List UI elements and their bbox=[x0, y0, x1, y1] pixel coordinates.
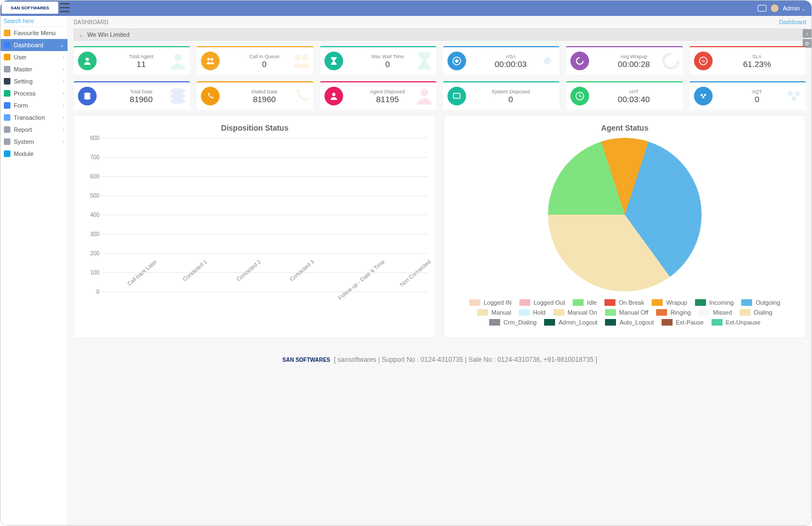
agent-icon bbox=[324, 87, 343, 105]
sidebar-item-dashboard[interactable]: Dashboard⌄ bbox=[1, 39, 68, 51]
svg-text:%: % bbox=[702, 59, 705, 63]
chart-title: Agent Status bbox=[452, 124, 798, 132]
logo: SAN SOFTWARES bbox=[2, 2, 58, 14]
sidebar-item-form[interactable]: Form› bbox=[1, 99, 68, 111]
kpi-total-agent: Total Agent11 bbox=[74, 46, 190, 75]
legend-logged-in[interactable]: Logged IN bbox=[469, 299, 512, 306]
svg-rect-23 bbox=[540, 90, 555, 101]
footer: SAN SOFTWARES [ sansoftwares | Support N… bbox=[68, 344, 811, 385]
legend-ext-pause[interactable]: Ext-Pause bbox=[662, 319, 704, 326]
legend-manual-on[interactable]: Manual On bbox=[553, 309, 597, 316]
sidebar-item-master[interactable]: Master› bbox=[1, 63, 68, 75]
legend-admin_logout[interactable]: Admin_Logout bbox=[544, 319, 597, 326]
svg-point-9 bbox=[544, 57, 551, 64]
wrap-icon bbox=[570, 52, 589, 70]
kpi-aht: AHT00:03:40 bbox=[566, 81, 682, 110]
sidebar-item-transaction[interactable]: Transaction› bbox=[1, 111, 68, 124]
svg-rect-22 bbox=[453, 93, 460, 98]
svg-point-4 bbox=[294, 54, 300, 60]
legend-outgoing[interactable]: Outgoing bbox=[741, 299, 780, 306]
legend-logged-out[interactable]: Logged Out bbox=[519, 299, 565, 306]
legend-idle[interactable]: Idle bbox=[573, 299, 597, 306]
sidebar-fav[interactable]: Favourite Menu bbox=[1, 27, 68, 39]
legend-dialing[interactable]: Dialing bbox=[740, 309, 772, 316]
topbar: SAN SOFTWARES Admin ⌄ bbox=[1, 1, 811, 16]
svg-point-19 bbox=[171, 98, 186, 104]
kpi-avg-wrapup: Avg Wrapup00:00:28 bbox=[566, 46, 682, 75]
svg-point-16 bbox=[84, 97, 91, 100]
fullscreen-icon[interactable] bbox=[758, 5, 766, 12]
legend-ringing[interactable]: Ringing bbox=[656, 309, 691, 316]
svg-point-31 bbox=[792, 96, 797, 101]
sidebar-item-module[interactable]: Module bbox=[1, 148, 68, 160]
sidebar: Favourite Menu Dashboard⌄User›Master›Set… bbox=[1, 16, 68, 525]
svg-point-7 bbox=[455, 59, 458, 63]
user-icon bbox=[78, 52, 97, 70]
target-icon bbox=[447, 52, 466, 70]
kpi-max-wait-time: Max Wait Time0 bbox=[320, 46, 436, 75]
breadcrumb[interactable]: Dashboard bbox=[779, 19, 806, 25]
dial-icon bbox=[201, 87, 220, 105]
legend-missed[interactable]: Missed bbox=[698, 309, 732, 316]
legend-incoming[interactable]: Incoming bbox=[695, 299, 734, 306]
chevron-down-icon: ⌄ bbox=[79, 32, 83, 38]
legend-ext-unpause[interactable]: Ext-Unpause bbox=[712, 319, 761, 326]
disposition-chart-card: Disposition Status Call back LaterContac… bbox=[74, 115, 436, 338]
bar-call-back-later[interactable]: Call back Later bbox=[102, 254, 155, 292]
search-input[interactable] bbox=[1, 16, 68, 27]
kpi-asa: ASA00:00:03 bbox=[443, 46, 559, 75]
sidebar-item-system[interactable]: System› bbox=[1, 136, 68, 148]
legend-auto_logout[interactable]: Auto_Logout bbox=[605, 319, 653, 326]
chart-title: Disposition Status bbox=[82, 124, 428, 132]
clock-icon bbox=[570, 87, 589, 105]
group-icon bbox=[694, 87, 713, 105]
svg-point-20 bbox=[332, 93, 335, 96]
kpi-agent-disposed: Agent Disposed81195 bbox=[320, 81, 436, 110]
collapse-panel-button[interactable]: ‹ bbox=[803, 29, 811, 38]
group-header[interactable]: ⌄ We Win Limited bbox=[74, 29, 806, 41]
screen-icon bbox=[447, 87, 466, 105]
svg-point-2 bbox=[208, 58, 210, 61]
sidebar-item-report[interactable]: Report› bbox=[1, 124, 68, 136]
users-icon bbox=[201, 52, 220, 70]
stack-icon bbox=[78, 87, 97, 105]
menu-toggle-button[interactable] bbox=[60, 3, 70, 12]
legend-hold[interactable]: Hold bbox=[519, 309, 546, 316]
hourglass-icon bbox=[324, 52, 343, 70]
sidebar-item-process[interactable]: Process› bbox=[1, 87, 68, 99]
legend-on-break[interactable]: On Break bbox=[604, 299, 644, 306]
legend-manual-off[interactable]: Manual Off bbox=[605, 309, 649, 316]
percent-icon: % bbox=[694, 52, 713, 70]
kpi-system-disposed: System Disposed0 bbox=[443, 81, 559, 110]
svg-point-1 bbox=[175, 54, 182, 61]
svg-point-0 bbox=[86, 58, 89, 61]
admin-menu[interactable]: Admin ⌄ bbox=[783, 5, 806, 12]
svg-point-5 bbox=[302, 54, 308, 60]
svg-point-29 bbox=[788, 91, 793, 96]
sidebar-item-user[interactable]: User› bbox=[1, 51, 68, 63]
agent-status-chart-card: Agent Status Logged INLogged OutIdleOn B… bbox=[444, 115, 806, 338]
kpi-dialed-data: Dialed Data81960 bbox=[197, 81, 313, 110]
svg-point-21 bbox=[421, 89, 428, 96]
svg-point-3 bbox=[211, 58, 214, 61]
kpi-aqt: AQT0 bbox=[690, 81, 806, 110]
kpi-total-data: Total Data81960 bbox=[74, 81, 190, 110]
svg-point-27 bbox=[704, 94, 706, 96]
svg-point-28 bbox=[702, 96, 704, 98]
svg-point-26 bbox=[701, 94, 703, 96]
kpi-call-in-queue: Call In Queue0 bbox=[197, 46, 313, 75]
svg-point-30 bbox=[795, 91, 800, 96]
legend-wrapup[interactable]: Wrapup bbox=[652, 299, 687, 306]
avatar[interactable] bbox=[771, 4, 779, 12]
page-title: DASHBOARD bbox=[74, 19, 108, 25]
kpi-sla: %SLA61.23%% bbox=[690, 46, 806, 75]
svg-text:%: % bbox=[790, 57, 798, 66]
sidebar-item-setting[interactable]: Setting› bbox=[1, 75, 68, 87]
legend-crm_dialing[interactable]: Crm_Dialing bbox=[489, 319, 537, 326]
legend-manual[interactable]: Manual bbox=[477, 309, 511, 316]
